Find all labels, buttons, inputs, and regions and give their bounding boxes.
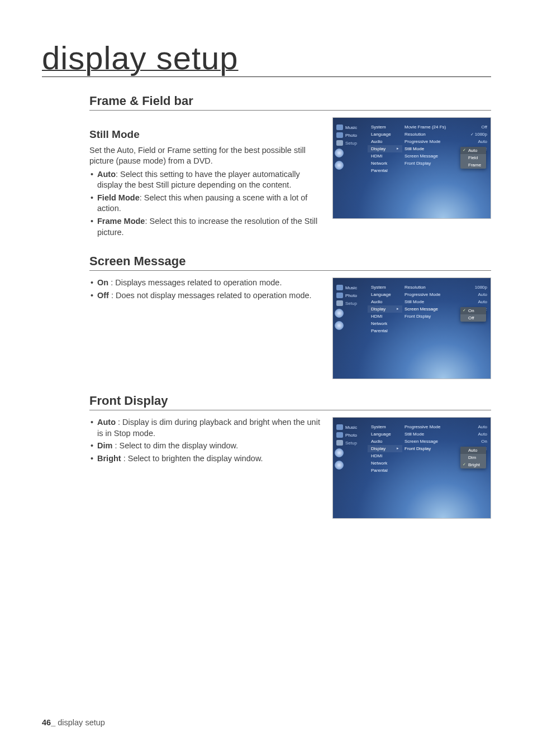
osd-screenshot-still-mode: Music Photo Setup System Language Audio … [332,117,491,219]
setting-value: Auto [478,292,487,297]
menu-item-audio[interactable]: Audio [368,438,402,445]
setting-row[interactable]: Still ModeAuto [402,298,491,305]
list-item: Bright : Select to brighten the display … [91,453,322,465]
menu-item-parental[interactable]: Parental [368,167,402,174]
sidebar-icon [335,461,344,470]
menu-item-audio[interactable]: Audio [368,138,402,145]
sidebar-icon [335,321,344,330]
menu-item-parental[interactable]: Parental [368,327,402,334]
gear-icon [336,140,343,146]
option-off[interactable]: Off [460,314,486,322]
setting-value: Auto [478,139,487,144]
menu-item-audio[interactable]: Audio [368,298,402,305]
setting-row[interactable]: Resolution1080p [402,131,491,138]
bullet-rest: : Display is dim during playback and bri… [97,418,320,438]
list-item: Auto : Display is dim during playback an… [91,417,322,439]
osd-screenshot-screen-message: Music Photo Setup System Language Audio … [332,277,491,379]
heading-front-display: Front Display [89,394,491,410]
bullet-term: Off [97,291,109,300]
setting-label: Front Display [404,446,431,451]
photo-icon [336,432,343,438]
setting-row[interactable]: Progressive ModeAuto [402,138,491,145]
nav-item-photo[interactable]: Photo [333,131,368,139]
option-bright[interactable]: Bright [460,461,486,468]
setting-label: Screen Message [404,439,438,444]
option-dim[interactable]: Dim [460,454,486,461]
setting-value: Auto [478,432,487,437]
setting-value: 1080p [470,132,487,137]
heading-screen-message: Screen Message [89,254,491,271]
setting-row[interactable]: Screen MessageOn [402,438,491,445]
still-mode-intro: Set the Auto, Field or Frame setting for… [89,145,322,167]
bullet-term: On [97,278,108,287]
setting-label: Progressive Mode [404,424,440,429]
menu-item-language[interactable]: Language [368,131,402,138]
nav-label: Photo [345,293,357,298]
dropdown-front-display[interactable]: Auto Dim Bright [460,447,486,468]
menu-item-network[interactable]: Network [368,460,402,467]
nav-item-music[interactable]: Music [333,123,368,131]
dropdown-screen-message[interactable]: On Off [460,307,486,322]
nav-item-music[interactable]: Music [333,284,368,291]
bullet-term: Dim [97,441,112,450]
setting-value: On [481,439,487,444]
sidebar-icon [335,149,344,157]
option-frame[interactable]: Frame [460,161,486,169]
menu-item-system[interactable]: System [368,123,402,131]
setting-row[interactable]: Progressive ModeAuto [402,423,491,430]
nav-item-setup[interactable]: Setup [333,299,368,307]
footer-section: display setup [58,718,105,727]
menu-item-display[interactable]: Display [368,145,402,152]
photo-icon [336,132,343,138]
nav-item-setup[interactable]: Setup [333,439,368,447]
option-on[interactable]: On [460,307,486,314]
menu-item-parental[interactable]: Parental [368,467,402,474]
setting-row[interactable]: Resolution1080p [402,284,491,291]
setting-value: Auto [478,299,487,304]
setting-label: Movie Frame (24 Fs) [404,125,446,130]
setting-value: 1080p [475,285,487,290]
setting-label: Still Mode [404,146,424,151]
option-auto[interactable]: Auto [460,447,486,454]
heading-still-mode: Still Mode [89,127,322,142]
nav-item-photo[interactable]: Photo [333,291,368,299]
setting-label: Front Display [404,161,431,166]
menu-item-hdmi[interactable]: HDMI [368,152,402,160]
setting-row[interactable]: Movie Frame (24 Fs)Off [402,123,491,131]
menu-item-system[interactable]: System [368,423,402,430]
dropdown-still-mode[interactable]: Auto Field Frame [460,147,486,169]
list-item: Frame Mode: Select this to increase the … [91,216,322,238]
menu-item-language[interactable]: Language [368,291,402,298]
nav-label: Photo [345,433,357,438]
nav-item-music[interactable]: Music [333,423,368,431]
nav-item-setup[interactable]: Setup [333,139,368,147]
osd-screenshot-front-display: Music Photo Setup System Language Audio … [332,417,491,519]
setting-label: Progressive Mode [404,139,440,144]
setting-label: Progressive Mode [404,292,440,297]
sidebar-icon [335,448,344,457]
option-field[interactable]: Field [460,154,486,161]
setting-label: Still Mode [404,299,424,304]
bullet-term: Frame Mode [97,217,145,226]
menu-item-language[interactable]: Language [368,430,402,438]
setting-label: Still Mode [404,432,424,437]
setting-value: Off [481,125,487,130]
nav-label: Setup [345,301,357,306]
menu-item-hdmi[interactable]: HDMI [368,313,402,320]
menu-item-display[interactable]: Display [368,305,402,313]
menu-item-network[interactable]: Network [368,320,402,327]
nav-label: Music [345,425,357,430]
page-number: 46_ [42,718,55,727]
list-item: Dim : Select to dim the display window. [91,441,322,452]
menu-item-display[interactable]: Display [368,445,402,452]
list-item: Field Mode: Select this when pausing a s… [91,193,322,214]
setting-row[interactable]: Still ModeAuto [402,430,491,438]
nav-label: Music [345,285,357,290]
nav-item-photo[interactable]: Photo [333,431,368,439]
setting-row[interactable]: Progressive ModeAuto [402,291,491,298]
menu-item-network[interactable]: Network [368,160,402,167]
option-auto[interactable]: Auto [460,147,486,154]
sidebar-icon [335,309,344,318]
menu-item-hdmi[interactable]: HDMI [368,452,402,460]
menu-item-system[interactable]: System [368,284,402,291]
